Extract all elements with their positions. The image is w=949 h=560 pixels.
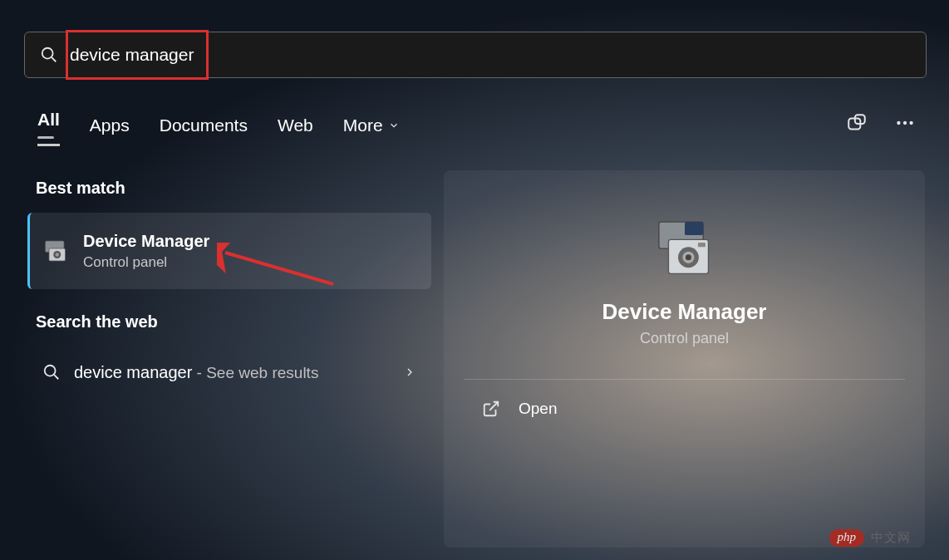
watermark-pill: php bbox=[829, 529, 865, 547]
search-icon bbox=[42, 363, 61, 381]
svg-line-12 bbox=[54, 375, 58, 379]
open-label: Open bbox=[519, 400, 557, 418]
search-web-header: Search the web bbox=[36, 312, 431, 332]
device-manager-large-icon bbox=[647, 216, 722, 282]
svg-point-6 bbox=[909, 121, 912, 125]
svg-point-18 bbox=[685, 254, 691, 260]
svg-line-20 bbox=[489, 402, 498, 410]
details-title: Device Manager bbox=[444, 299, 925, 325]
svg-point-5 bbox=[903, 121, 907, 125]
search-input[interactable] bbox=[70, 45, 818, 65]
top-right-actions bbox=[846, 112, 916, 134]
web-result-suffix: - See web results bbox=[192, 364, 318, 381]
device-manager-icon bbox=[42, 236, 71, 266]
svg-rect-19 bbox=[698, 243, 706, 247]
open-external-icon bbox=[482, 400, 500, 418]
more-options-icon[interactable] bbox=[894, 112, 916, 134]
details-panel: Device Manager Control panel Open bbox=[444, 170, 925, 548]
filter-tabs: All Apps Documents Web More bbox=[37, 110, 400, 146]
results-left-column: Best match Device Manager Control panel … bbox=[27, 179, 431, 398]
tab-all[interactable]: All bbox=[37, 110, 60, 146]
tab-documents[interactable]: Documents bbox=[160, 115, 248, 140]
svg-point-11 bbox=[45, 366, 56, 376]
tab-more-label: More bbox=[343, 115, 383, 135]
tab-web[interactable]: Web bbox=[278, 115, 313, 140]
svg-point-0 bbox=[42, 48, 53, 59]
svg-rect-14 bbox=[685, 222, 703, 235]
tab-more[interactable]: More bbox=[343, 115, 400, 140]
svg-line-1 bbox=[52, 57, 56, 61]
chevron-down-icon bbox=[388, 120, 400, 131]
search-icon bbox=[40, 46, 58, 64]
web-result-query: device manager bbox=[74, 363, 192, 381]
best-match-subtitle: Control panel bbox=[83, 254, 209, 271]
tab-apps[interactable]: Apps bbox=[90, 115, 130, 140]
open-action[interactable]: Open bbox=[444, 380, 925, 438]
best-match-header: Best match bbox=[36, 179, 431, 198]
watermark: php 中文网 bbox=[829, 529, 912, 547]
best-match-text: Device Manager Control panel bbox=[83, 232, 209, 271]
chevron-right-icon bbox=[403, 366, 416, 379]
details-subtitle: Control panel bbox=[444, 330, 925, 347]
svg-point-10 bbox=[56, 253, 60, 257]
svg-point-4 bbox=[897, 121, 900, 125]
web-result-text: device manager - See web results bbox=[74, 363, 318, 382]
best-match-title: Device Manager bbox=[83, 232, 209, 251]
best-match-result[interactable]: Device Manager Control panel bbox=[27, 213, 431, 289]
search-bar[interactable] bbox=[24, 32, 927, 78]
watermark-text: 中文网 bbox=[871, 530, 911, 546]
web-result-item[interactable]: device manager - See web results bbox=[27, 346, 431, 398]
chat-icon[interactable] bbox=[846, 112, 868, 134]
